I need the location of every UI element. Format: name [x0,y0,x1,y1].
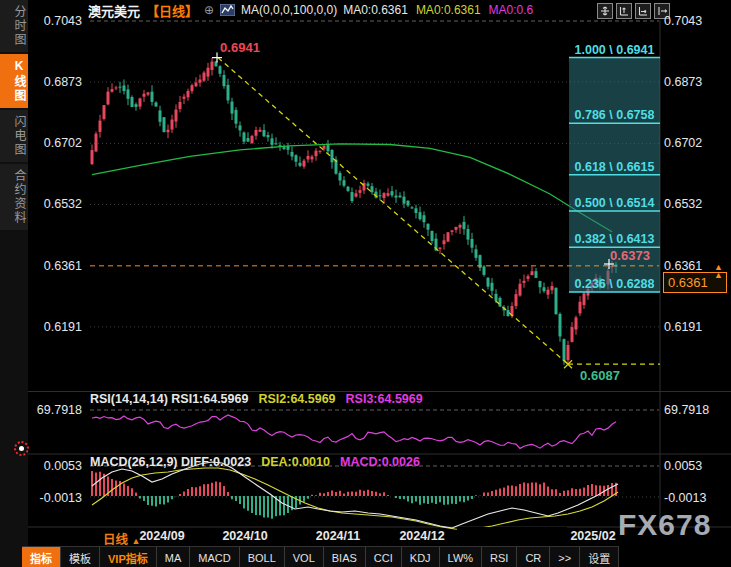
toolbar-item-LW%[interactable]: LW% [440,547,482,567]
indicator-value-label: RSI3:64.5969 [346,392,423,406]
rsi-line [92,415,616,448]
toolbar-item-BIAS[interactable]: BIAS [324,547,366,567]
period-tag: 【日线】 [146,1,198,20]
chart-canvas: 1.000 \ 0.69410.786 \ 0.67580.618 \ 0.66… [0,0,731,567]
toolbar-item-CR[interactable]: CR [517,547,550,567]
y-axis-label: 0.6361 [30,259,82,273]
y-axis-label: 0.6191 [30,320,82,334]
toolbar-item-VIP指标[interactable]: VIP指标 [100,547,157,567]
toolbar-item-MACD[interactable]: MACD [190,547,239,567]
sidebar-item-K线图[interactable]: K线图 [0,54,28,108]
sidebar-item-分时图[interactable]: 分时图 [0,0,28,52]
x-axis-label: 2024/12 [399,529,444,543]
y-axis-label: -0.0013 [664,491,726,505]
sidebar-item-合约资料[interactable]: 合约资料 [0,164,28,230]
chart-tool-icons [597,3,670,19]
blacked-out-label [457,527,567,546]
y-axis-label: 0.6532 [664,197,726,211]
left-sidebar: 分时图K线图闪电图合约资料 [0,0,28,567]
bottom-toolbar: 指标模板VIP指标MAMACDBOLLVOLBIASCCIKDJLW%RSICR… [22,546,619,567]
settings-marker-icon[interactable] [14,441,29,456]
svg-text:0.500 \ 0.6514: 0.500 \ 0.6514 [575,196,655,210]
toolbar-item->>[interactable]: >> [550,547,580,567]
ma-value: MA0:0.6361 [416,3,481,17]
x-axis-label: 2024/10 [222,529,267,543]
toolbar-item-模板[interactable]: 模板 [61,547,100,567]
y-axis-label: 0.7043 [30,14,82,28]
x-axis-label: 2024/09 [139,529,184,543]
indicator-value-label: RSI(14,14,14) RSI1:64.5969 [90,392,248,406]
ma-value: MA0:0.6361 [343,3,408,17]
y-axis-label: 0.0053 [30,459,82,473]
y-axis-label: 0.6873 [664,75,726,89]
toolbar-item-RSI[interactable]: RSI [482,547,517,567]
y-axis-label: 0.7043 [664,14,726,28]
indicator-value-label: MACD(26,12,9) DIFF:0.0023 [90,455,251,469]
macd-header: MACD(26,12,9) DIFF:0.0023DEA:0.0010MACD:… [90,455,430,469]
anchor-markers [212,53,614,369]
y-axis-scale-icon[interactable] [616,3,632,19]
toolbar-item-设置[interactable]: 设置 [580,547,619,567]
y-axis-label: 0.6873 [30,75,82,89]
ma-value: MA0:0.6 [489,3,534,17]
y-axis-label: 0.6702 [30,136,82,150]
line-chart-icon [220,4,235,16]
price-annotation: 0.6373 [610,248,650,263]
svg-text:0.786 \ 0.6758: 0.786 \ 0.6758 [575,108,655,122]
y-axis-label: 0.6702 [664,136,726,150]
y-axis-label: 0.6191 [664,320,726,334]
x-axis-scale-icon[interactable] [635,3,651,19]
price-annotation: 0.6087 [580,368,620,383]
macd-dea-line [92,468,618,530]
price-arrow-icon: ▲▲ [714,263,723,279]
indicator-value-label: DEA:0.0010 [261,455,330,469]
toolbar-item-VOL[interactable]: VOL [285,547,324,567]
svg-text:0.382 \ 0.6413: 0.382 \ 0.6413 [575,232,655,246]
y-axis-label: 0.0053 [664,459,726,473]
y-axis-label: 0.6532 [30,197,82,211]
y-axis-label: -0.0013 [30,491,82,505]
toolbar-item-指标[interactable]: 指标 [22,547,61,567]
add-indicator-icon[interactable]: ⊕ [204,3,214,17]
watermark: FX678 [618,508,711,542]
svg-text:1.000 \ 0.6941: 1.000 \ 0.6941 [575,43,655,57]
toolbar-item-CCI[interactable]: CCI [366,547,402,567]
chevron-up-icon: ▲ [132,536,141,546]
ma-settings-label: MA(0,0,0,100,0,0) [241,3,337,17]
sidebar-item-闪电图[interactable]: 闪电图 [0,110,28,162]
symbol-title: 澳元美元 [88,1,140,20]
trading-app-window: 1.000 \ 0.69410.786 \ 0.67580.618 \ 0.66… [0,0,731,567]
x-axis-label: 2025/02 [570,529,615,543]
ma-values: MA0:0.6361MA0:0.6361MA0:0.6 [343,3,541,17]
toolbar-item-KDJ[interactable]: KDJ [402,547,440,567]
y-axis-label: 69.7918 [30,403,82,417]
price-annotation: 0.6941 [220,40,260,55]
x-axis-label: 2024/11 [316,529,361,543]
indicator-value-label: MACD:0.0026 [340,455,420,469]
crosshair-icon[interactable] [597,3,613,19]
chart-header: 澳元美元 【日线】 ⊕ MA(0,0,0,100,0,0) MA0:0.6361… [88,1,541,19]
toolbar-item-BOLL[interactable]: BOLL [240,547,285,567]
indicator-value-label: RSI2:64.5969 [258,392,335,406]
toolbar-item-MA[interactable]: MA [157,547,191,567]
y-axis-label: 69.7918 [664,403,726,417]
svg-text:0.618 \ 0.6615: 0.618 \ 0.6615 [575,160,655,174]
candlestick-series [91,58,618,365]
svg-text:0.236 \ 0.6288: 0.236 \ 0.6288 [575,277,655,291]
rsi-header: RSI(14,14,14) RSI1:64.5969RSI2:64.5969RS… [90,392,433,406]
